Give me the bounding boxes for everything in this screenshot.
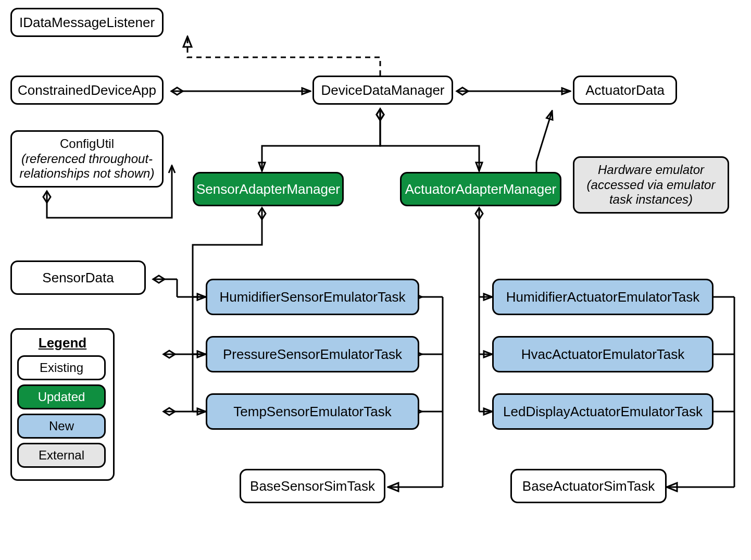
class-hvacactuatoremulatortask: HvacActuatorEmulatorTask	[492, 336, 714, 372]
class-label: ActuatorAdapterManager	[405, 181, 557, 197]
class-baseactuatorsimtask: BaseActuatorSimTask	[510, 469, 667, 503]
class-label: DeviceDataManager	[321, 82, 445, 98]
class-leddisplayactuatoremulatortask: LedDisplayActuatorEmulatorTask	[492, 393, 714, 430]
class-note-line2: task instances)	[609, 192, 693, 207]
class-sensordata: SensorData	[10, 260, 146, 295]
class-note-line2: relationships not shown)	[20, 166, 155, 181]
class-basesensorsimtask: BaseSensorSimTask	[240, 469, 385, 503]
class-label: BaseSensorSimTask	[250, 478, 375, 494]
class-label: HumidifierActuatorEmulatorTask	[506, 289, 699, 305]
class-label: HvacActuatorEmulatorTask	[521, 346, 685, 363]
class-actuatoradaptermanager: ActuatorAdapterManager	[400, 172, 561, 206]
class-label: HumidifierSensorEmulatorTask	[220, 289, 406, 305]
legend-title: Legend	[17, 335, 108, 351]
class-humidifieractuatoremulatortask: HumidifierActuatorEmulatorTask	[492, 279, 714, 315]
class-label: ConfigUtil	[60, 136, 114, 152]
class-label: IDataMessageListener	[19, 15, 155, 31]
class-note-line1: (accessed via emulator	[587, 178, 716, 193]
class-devicedatamanager: DeviceDataManager	[312, 76, 453, 105]
class-tempsensoremulatortask: TempSensorEmulatorTask	[206, 393, 419, 430]
class-idatamessagelistener: IDataMessageListener	[10, 8, 164, 37]
class-label: SensorData	[42, 270, 114, 286]
class-note-line1: (referenced throughout-	[21, 152, 153, 167]
node-hardware-emulator: Hardware emulator (accessed via emulator…	[573, 156, 729, 214]
class-label: PressureSensorEmulatorTask	[223, 346, 402, 363]
class-label: Hardware emulator	[598, 163, 704, 178]
legend-existing: Existing	[17, 355, 106, 380]
class-label: SensorAdapterManager	[196, 181, 340, 197]
class-constraineddeviceapp: ConstrainedDeviceApp	[10, 76, 164, 105]
class-configutil: ConfigUtil (referenced throughout- relat…	[10, 130, 164, 188]
legend-panel: Legend Existing Updated New External	[10, 328, 115, 481]
legend-external: External	[17, 443, 106, 468]
class-label: TempSensorEmulatorTask	[233, 404, 391, 420]
class-label: ConstrainedDeviceApp	[18, 82, 156, 98]
legend-new: New	[17, 414, 106, 439]
svg-line-13	[536, 111, 552, 161]
class-label: BaseActuatorSimTask	[522, 478, 655, 494]
class-sensoradaptermanager: SensorAdapterManager	[193, 172, 344, 206]
class-label: LedDisplayActuatorEmulatorTask	[503, 404, 703, 420]
class-humidifiersensoremulatortask: HumidifierSensorEmulatorTask	[206, 279, 419, 315]
legend-updated: Updated	[17, 384, 106, 409]
class-pressuresensoremulatortask: PressureSensorEmulatorTask	[206, 336, 419, 372]
class-actuatordata: ActuatorData	[573, 76, 677, 105]
class-label: ActuatorData	[585, 82, 665, 98]
